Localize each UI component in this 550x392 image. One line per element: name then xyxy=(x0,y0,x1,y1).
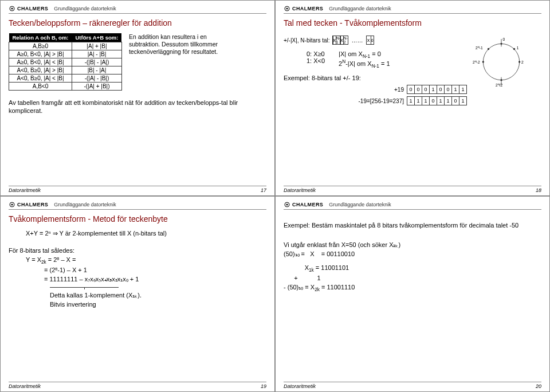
table-header-operation: Utförs A+B som: xyxy=(72,33,122,42)
plus19-label: +19 xyxy=(341,87,404,93)
dots: …… xyxy=(352,37,363,44)
slide-title: Tal med tecken - Tvåkomplementsform xyxy=(284,18,541,28)
svg-point-8 xyxy=(513,48,515,50)
bit-boxes: xN-1 xN-2 xyxy=(333,36,348,45)
table-row: A≥0, B<0, |A| > |B||A| - |B| xyxy=(9,50,122,58)
gear-icon xyxy=(9,201,15,208)
x1k-line: X1k = 11001101 xyxy=(284,264,541,274)
page-number: 18 xyxy=(536,187,541,193)
bitstring-header: +/-|X|, N-bitars tal: xN-1 xN-2 …… x0 xyxy=(284,36,467,45)
svg-point-10 xyxy=(488,48,489,50)
chalmers-logo: CHALMERS xyxy=(284,5,323,12)
slide-18: CHALMERS Grundläggande datorteknik Tal m… xyxy=(275,0,550,196)
gear-icon xyxy=(9,5,15,12)
course-name: Grundläggande datorteknik xyxy=(329,202,391,207)
minus19-label: -19=[256-19=237] xyxy=(341,98,404,104)
side-note: En addition kan resultera i en subtrakti… xyxy=(129,33,226,56)
conclusion-text: Av tabellen framgår att ett kombinatoris… xyxy=(9,99,266,115)
wheel-1: 1 xyxy=(517,46,519,50)
sign-conditions: 0: X≥0 1: X<0 xyxy=(307,50,325,69)
example-label: Exempel: 8-bitars tal +/- 19: xyxy=(284,75,467,81)
course-name: Grundläggande datorteknik xyxy=(329,6,391,11)
x-binary: (50)₁₀ = X = 00110010 xyxy=(284,250,541,259)
course-name: Grundläggande datorteknik xyxy=(54,6,116,11)
svg-point-7 xyxy=(500,43,502,45)
logo-text: CHALMERS xyxy=(17,6,48,11)
svg-point-16 xyxy=(286,204,288,206)
footer-label: Datoraritmetik xyxy=(9,187,41,193)
slide-footer: Datoraritmetik 17 xyxy=(9,186,266,193)
definition-line: X+Y = 2ⁿ ⇒ Y är 2-komplementet till X (n… xyxy=(26,229,266,238)
table-row: A,B<0-(|A| + |B|) xyxy=(9,83,122,91)
chalmers-logo: CHALMERS xyxy=(284,201,323,208)
slide-footer: Datoraritmetik 20 xyxy=(284,382,541,389)
slide-title: Tecken/beloppsform – räkneregler för add… xyxy=(9,18,266,28)
table-row: A,B≥0|A| + |B| xyxy=(9,42,122,50)
course-name: Grundläggande datorteknik xyxy=(54,202,116,207)
svg-point-9 xyxy=(518,61,520,62)
slide-header: CHALMERS Grundläggande datorteknik xyxy=(284,5,541,14)
slide-title: Tvåkomplementsform - Metod för teckenbyt… xyxy=(9,214,266,224)
rules-table: Relation A och B, om: Utförs A+B som: A,… xyxy=(9,33,122,91)
page-number: 17 xyxy=(261,187,266,193)
table-header-relation: Relation A och B, om: xyxy=(9,33,72,42)
ones-complement-label: Detta kallas 1-komplement (X₁ₖ). xyxy=(50,291,266,300)
slide-footer: Datoraritmetik 19 xyxy=(9,382,266,389)
svg-point-12 xyxy=(500,79,502,81)
wheel-2: 2 xyxy=(521,60,524,64)
slide-header: CHALMERS Grundläggande datorteknik xyxy=(9,5,266,14)
slide-19: CHALMERS Grundläggande datorteknik Tvåko… xyxy=(0,196,275,392)
chalmers-logo: CHALMERS xyxy=(9,201,48,208)
x2k-line: - (50)₁₀ = X2k = 11001110 xyxy=(284,283,541,293)
logo-text: CHALMERS xyxy=(17,202,48,207)
footer-label: Datoraritmetik xyxy=(9,383,41,389)
logo-text: CHALMERS xyxy=(292,6,323,11)
wheel-0: 0 xyxy=(503,37,505,41)
slide-header: CHALMERS Grundläggande datorteknik xyxy=(9,201,266,210)
table-row: A<0, B≥0, |A| < |B|-(|A| - |B|) xyxy=(9,75,122,83)
gear-icon xyxy=(284,201,290,208)
prefix-text: +/-|X|, N-bitars tal: xyxy=(284,37,330,44)
svg-point-1 xyxy=(11,8,13,10)
plus19-bits: 0 0 0 1 0 0 1 1 xyxy=(407,85,467,94)
table-row: A≥0, B<0, |A| < |B|-(|B| - |A|) xyxy=(9,58,122,66)
plus-one-line: + 1 xyxy=(284,274,541,283)
footer-label: Datoraritmetik xyxy=(284,383,316,389)
wheel-2n-1: 2ᴺ-1 xyxy=(476,46,483,50)
start-line: Vi utgår enklast från X=50 (och söker X₂… xyxy=(284,241,541,250)
svg-point-11 xyxy=(482,61,484,62)
logo-text: CHALMERS xyxy=(292,202,323,207)
underbrace-icon xyxy=(50,285,119,288)
chalmers-logo: CHALMERS xyxy=(9,5,48,12)
number-wheel: 0 1 2 2ᴺ-1 2ᴺ-2 2ᴺ/2 xyxy=(473,33,541,108)
gear-icon xyxy=(284,5,290,12)
svg-point-14 xyxy=(11,204,13,206)
minus19-bits: 1 1 1 0 1 1 0 1 xyxy=(407,96,467,105)
bit-box-last: x0 xyxy=(367,36,374,45)
slide-17: CHALMERS Grundläggande datorteknik Tecke… xyxy=(0,0,275,196)
equation-3: = 11111111 – x₇x₆x₅x₄x₃x₂x₁x₀ + 1 xyxy=(44,275,266,284)
wheel-2n-2: 2ᴺ-2 xyxy=(473,60,480,64)
equation-2: = (2⁸-1) – X + 1 xyxy=(44,266,266,275)
slide-footer: Datoraritmetik 18 xyxy=(284,186,541,193)
eight-bit-intro: För 8-bitars tal således: xyxy=(9,246,266,256)
magnitude-formulas: |X| om XN-1 = 0 2N-|X| om XN-1 = 1 xyxy=(339,50,390,69)
footer-label: Datoraritmetik xyxy=(284,187,316,193)
bitwise-invert-label: Bitvis invertering xyxy=(50,300,266,309)
wheel-half: 2ᴺ/2 xyxy=(496,83,503,87)
equation-1: Y = X2k = 2⁸ – X = xyxy=(26,256,266,266)
slide-header: CHALMERS Grundläggande datorteknik xyxy=(284,201,541,210)
slide-20: CHALMERS Grundläggande datorteknik Exemp… xyxy=(275,196,550,392)
example-intro: Exempel: Bestäm maskintalet på 8 bitars … xyxy=(284,221,541,230)
page-number: 20 xyxy=(536,383,541,389)
page-number: 19 xyxy=(261,383,266,389)
table-row: A<0, B≥0, |A| > |B||B| - |A| xyxy=(9,66,122,75)
svg-point-3 xyxy=(286,8,288,10)
